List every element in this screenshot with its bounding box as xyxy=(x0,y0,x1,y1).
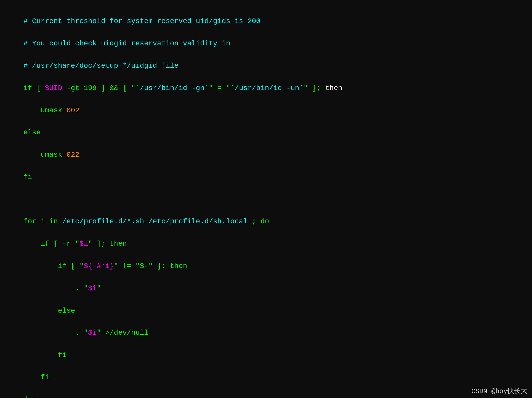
dot-1: . "$i" xyxy=(23,284,101,292)
comment-line-3: # /usr/share/doc/setup-*/uidgid file xyxy=(23,62,179,70)
if-line: if [ $UID -gt 199 ] && [ "`/usr/bin/id -… xyxy=(23,84,342,92)
for-line: for i in /etc/profile.d/*.sh /etc/profil… xyxy=(23,217,269,225)
else-2: else xyxy=(23,307,75,315)
dot-2: . "$i" >/dev/null xyxy=(23,329,148,337)
fi-line-1: fi xyxy=(23,173,32,181)
umask-002: umask 002 xyxy=(23,106,79,114)
code-content: # Current threshold for system reserved … xyxy=(6,5,526,398)
terminal: # Current threshold for system reserved … xyxy=(0,0,532,398)
if-r-line: if [ -r "$i" ]; then xyxy=(23,240,127,248)
umask-022: umask 022 xyxy=(23,151,79,159)
fi-inner: fi xyxy=(23,351,66,359)
if-hash-line: if [ "${-#*i}" != "$-" ]; then xyxy=(23,262,187,270)
comment-line-2: # You could check uidgid reservation val… xyxy=(23,39,230,47)
else-line: else xyxy=(23,128,41,136)
done-line: done xyxy=(23,396,41,398)
author-label: CSDN @boy快长大 xyxy=(471,387,527,395)
status-bar: CSDN @boy快长大 xyxy=(467,385,532,398)
comment-line-1: # Current threshold for system reserved … xyxy=(23,17,260,25)
fi-outer: fi xyxy=(23,373,49,381)
